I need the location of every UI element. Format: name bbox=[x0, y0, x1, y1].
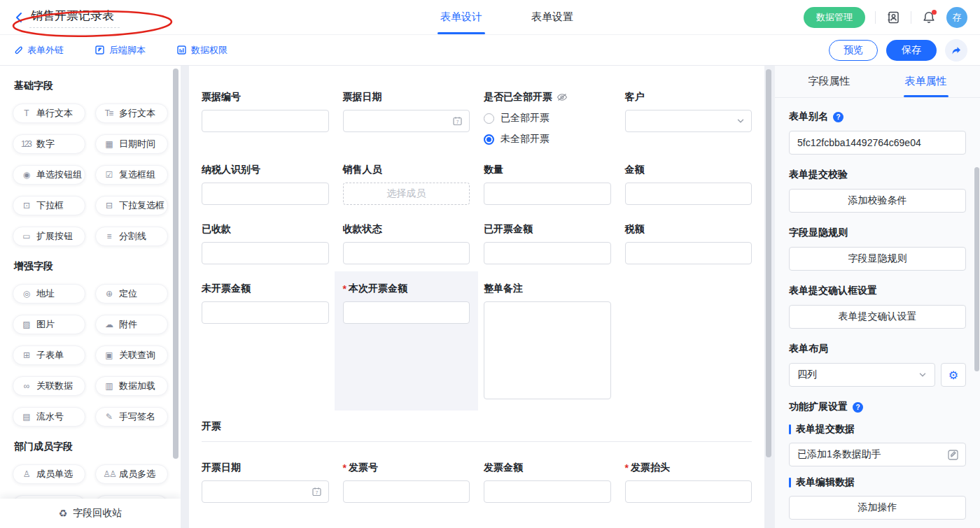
layout-select[interactable]: 四列 bbox=[789, 363, 935, 387]
external-link-button[interactable]: 表单外链 bbox=[13, 44, 64, 57]
sidebar-item-attachment[interactable]: ☁附件 bbox=[95, 315, 168, 334]
field-label: 发票金额 bbox=[484, 462, 611, 474]
dropdown-icon: ⊡ bbox=[20, 201, 31, 211]
text-input[interactable] bbox=[343, 242, 470, 264]
panel-button[interactable]: 表单提交确认设置 bbox=[789, 305, 966, 329]
required-asterisk: * bbox=[343, 283, 346, 294]
select-input[interactable] bbox=[625, 110, 752, 132]
textarea-input[interactable] bbox=[484, 301, 611, 399]
tab-field-properties[interactable]: 字段属性 bbox=[807, 66, 852, 97]
field-label-text: 销售人员 bbox=[343, 164, 382, 176]
text-input[interactable] bbox=[625, 242, 752, 264]
panel-scrollbar[interactable] bbox=[974, 167, 979, 371]
field-label-text: 整单备注 bbox=[484, 283, 523, 295]
sidebar-item-image[interactable]: ▨图片 bbox=[13, 315, 85, 334]
form-title[interactable]: 销售开票记录表 bbox=[29, 6, 120, 28]
panel-group-表单提交确认框设置: 表单提交确认框设置表单提交确认设置 bbox=[789, 285, 966, 329]
text-input[interactable] bbox=[202, 183, 329, 205]
text-input[interactable] bbox=[484, 480, 611, 503]
preview-button[interactable]: 预览 bbox=[829, 40, 878, 61]
sidebar-item-data-load[interactable]: ▥数据加载 bbox=[95, 376, 168, 396]
header-tabs: 表单设计 表单设置 bbox=[210, 0, 804, 34]
edit-icon[interactable] bbox=[947, 449, 959, 461]
text-input[interactable] bbox=[343, 301, 470, 324]
canvas-scrollbar[interactable] bbox=[766, 69, 771, 457]
text-input[interactable] bbox=[484, 183, 611, 205]
text-input[interactable] bbox=[343, 480, 470, 503]
sidebar-item-label: 日期时间 bbox=[119, 138, 155, 150]
date-input[interactable]: 7 bbox=[202, 480, 329, 503]
radio-option-label: 已全部开票 bbox=[500, 112, 550, 124]
field-label-text: 开票日期 bbox=[202, 462, 241, 474]
sidebar-item-linked-query[interactable]: ▣关联查询 bbox=[95, 345, 168, 365]
tab-form-properties[interactable]: 表单属性 bbox=[904, 66, 948, 97]
sidebar-item-number[interactable]: 123数字 bbox=[13, 134, 85, 154]
field-label-text: 收款状态 bbox=[343, 223, 382, 236]
backend-script-button[interactable]: 后端脚本 bbox=[94, 44, 146, 57]
sidebar-item-multi-line-text[interactable]: T≡多行文本 bbox=[95, 104, 168, 123]
radio-group: 已全部开票未全部开票 bbox=[484, 110, 611, 145]
form-row: 纳税人识别号销售人员选择成员数量金额 bbox=[202, 164, 752, 205]
sidebar-field-grid: T单行文本T≡多行文本123数字▦日期时间◉单选按钮组☑复选框组⊡下拉框⊟下拉复… bbox=[13, 104, 168, 246]
sidebar-item-single-line-text[interactable]: T单行文本 bbox=[13, 104, 85, 123]
sidebar-item-extend-button[interactable]: ▭扩展按钮 bbox=[13, 227, 85, 246]
sidebar-scrollbar[interactable] bbox=[173, 69, 178, 459]
date-input[interactable]: 7 bbox=[343, 110, 470, 132]
contacts-icon[interactable] bbox=[886, 10, 901, 25]
header-right: 数据管理 存 bbox=[804, 7, 980, 28]
tab-form-settings[interactable]: 表单设置 bbox=[528, 0, 576, 34]
data-permission-button[interactable]: 数据权限 bbox=[176, 44, 227, 57]
field-label: 票据编号 bbox=[202, 91, 329, 104]
svg-text:7: 7 bbox=[315, 490, 318, 495]
share-button[interactable] bbox=[945, 39, 967, 62]
field-label: 收款状态 bbox=[343, 223, 470, 236]
text-input[interactable] bbox=[202, 242, 329, 264]
field-sidebar: 基础字段T单行文本T≡多行文本123数字▦日期时间◉单选按钮组☑复选框组⊡下拉框… bbox=[0, 66, 181, 528]
text-input[interactable] bbox=[625, 480, 752, 503]
tab-form-design[interactable]: 表单设计 bbox=[438, 0, 485, 34]
sidebar-item-label: 数据加载 bbox=[119, 380, 155, 392]
data-assistant-box[interactable]: 已添加1条数据助手 bbox=[789, 443, 966, 466]
radio-option[interactable]: 未全部开票 bbox=[484, 133, 611, 145]
add-action-button[interactable]: 添加操作 bbox=[789, 496, 966, 520]
notification-bell-icon[interactable] bbox=[921, 10, 937, 25]
sidebar-item-member-multi[interactable]: ♙♙成员多选 bbox=[95, 464, 168, 484]
sidebar-item-subform[interactable]: ⊞子表单 bbox=[13, 345, 85, 365]
sidebar-item-location[interactable]: ⊕定位 bbox=[95, 284, 168, 304]
sidebar-item-multi-dropdown[interactable]: ⊟下拉复选框 bbox=[95, 196, 168, 215]
radio-unchecked-icon[interactable] bbox=[484, 113, 494, 124]
sidebar-item-member-single[interactable]: ♙成员单选 bbox=[13, 464, 85, 484]
field-recycle-bin[interactable]: ♻ 字段回收站 bbox=[0, 499, 181, 528]
radio-checked-icon[interactable] bbox=[484, 134, 494, 145]
sidebar-item-signature[interactable]: ✎手写签名 bbox=[95, 407, 168, 427]
save-button[interactable]: 保存 bbox=[886, 40, 937, 61]
sidebar-item-checkbox-group[interactable]: ☑复选框组 bbox=[95, 165, 168, 185]
panel-group-label-text: 表单提交校验 bbox=[789, 169, 848, 181]
text-input[interactable] bbox=[202, 110, 329, 132]
avatar[interactable]: 存 bbox=[946, 7, 967, 28]
recycle-icon: ♻ bbox=[59, 508, 68, 519]
radio-option[interactable]: 已全部开票 bbox=[484, 112, 611, 124]
sidebar-item-linked-data[interactable]: ∞关联数据 bbox=[13, 376, 85, 396]
sidebar-item-datetime[interactable]: ▦日期时间 bbox=[95, 134, 168, 154]
sidebar-item-label: 下拉框 bbox=[36, 199, 64, 212]
text-input[interactable] bbox=[202, 301, 329, 324]
sidebar-item-serial-number[interactable]: ▤流水号 bbox=[13, 407, 85, 427]
sidebar-item-label: 成员单选 bbox=[36, 468, 73, 480]
sidebar-item-address[interactable]: ◎地址 bbox=[13, 284, 85, 304]
required-asterisk: * bbox=[625, 462, 629, 473]
layout-gear-button[interactable]: ⚙ bbox=[941, 363, 966, 387]
member-picker[interactable]: 选择成员 bbox=[343, 183, 470, 205]
panel-input[interactable]: 5fc12fcbba14492764c69e04 bbox=[789, 131, 966, 155]
text-input[interactable] bbox=[484, 242, 611, 264]
sidebar-item-dropdown[interactable]: ⊡下拉框 bbox=[13, 196, 85, 215]
back-button[interactable] bbox=[11, 10, 27, 25]
toolbar-links: 表单外链 后端脚本 数据权限 bbox=[13, 44, 227, 57]
panel-button[interactable]: 字段显隐规则 bbox=[789, 247, 966, 271]
sidebar-item-radio-group[interactable]: ◉单选按钮组 bbox=[13, 165, 85, 185]
data-manage-button[interactable]: 数据管理 bbox=[804, 7, 865, 28]
panel-button[interactable]: 添加校验条件 bbox=[789, 189, 966, 213]
sidebar-item-divider[interactable]: ≡分割线 bbox=[95, 227, 168, 246]
text-input[interactable] bbox=[625, 183, 752, 205]
extension-settings-group: 功能扩展设置 ? 表单提交数据 已添加1条数据助手 表单编辑数据 bbox=[789, 401, 966, 520]
